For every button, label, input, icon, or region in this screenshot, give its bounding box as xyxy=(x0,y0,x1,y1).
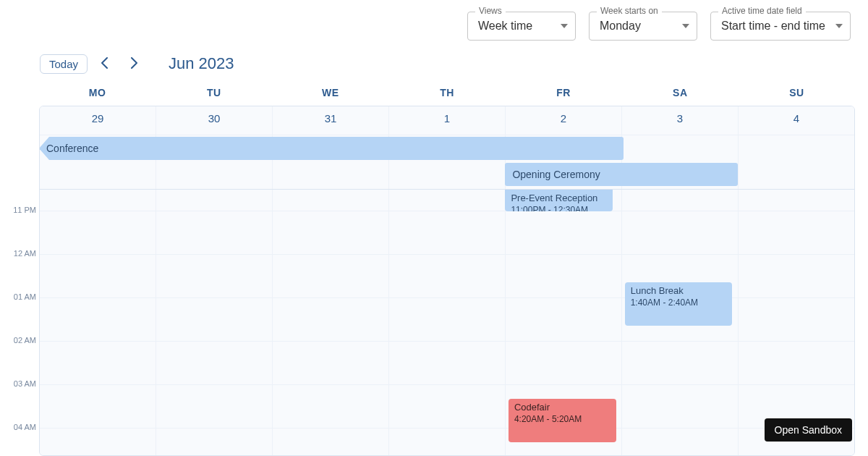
views-dropdown-value: Week time xyxy=(478,20,532,32)
day-name: FR xyxy=(506,87,622,106)
chevron-down-icon xyxy=(682,24,689,28)
date-cell[interactable]: 29 xyxy=(40,106,156,135)
chevron-right-icon xyxy=(130,57,137,71)
date-cell[interactable]: 30 xyxy=(156,106,273,135)
event-title: Opening Ceremony xyxy=(512,169,600,180)
event-title: Lunch Break xyxy=(631,285,727,297)
views-dropdown[interactable]: Views Week time xyxy=(467,12,576,41)
day-name: TH xyxy=(388,87,505,106)
event-time: 1:40AM - 2:40AM xyxy=(631,297,727,309)
open-sandbox-button[interactable]: Open Sandbox xyxy=(765,418,852,442)
day-name: MO xyxy=(39,87,156,106)
day-name: SA xyxy=(622,87,739,106)
event-title: Pre-Event Reception xyxy=(511,193,607,205)
current-month-label: Jun 2023 xyxy=(169,54,234,73)
time-label: 11 PM xyxy=(13,206,36,214)
event-time: 11:00PM - 12:30AM xyxy=(511,205,607,211)
date-field-dropdown[interactable]: Active time date field Start time - end … xyxy=(710,12,851,41)
day-name: TU xyxy=(156,87,272,106)
prev-week-button[interactable] xyxy=(93,52,116,75)
time-label: 12 AM xyxy=(14,249,36,258)
views-dropdown-label: Views xyxy=(475,6,506,16)
event-codefair[interactable]: Codefair 4:20AM - 5:20AM xyxy=(509,399,616,442)
week-starts-dropdown-value: Monday xyxy=(600,20,641,32)
chevron-down-icon xyxy=(561,24,568,28)
time-label: 02 AM xyxy=(14,336,36,345)
date-cell[interactable]: 3 xyxy=(622,106,739,135)
time-label: 01 AM xyxy=(14,292,36,301)
event-pre-event-reception[interactable]: Pre-Event Reception 11:00PM - 12:30AM xyxy=(505,190,613,211)
date-cell[interactable]: 31 xyxy=(273,106,389,135)
event-lunch-break[interactable]: Lunch Break 1:40AM - 2:40AM xyxy=(625,282,733,326)
today-button[interactable]: Today xyxy=(40,54,88,74)
event-title: Codefair xyxy=(514,402,610,414)
time-label: 03 AM xyxy=(14,379,36,388)
week-starts-dropdown[interactable]: Week starts on Monday xyxy=(589,12,697,41)
date-field-dropdown-value: Start time - end time xyxy=(721,20,825,32)
date-cell[interactable]: 2 xyxy=(506,106,622,135)
next-week-button[interactable] xyxy=(122,52,145,75)
event-time: 4:20AM - 5:20AM xyxy=(514,414,610,426)
day-name: WE xyxy=(272,87,388,106)
event-conference[interactable]: Conference xyxy=(39,137,624,160)
date-cell[interactable]: 4 xyxy=(739,106,854,135)
date-cell[interactable]: 1 xyxy=(389,106,506,135)
date-field-dropdown-label: Active time date field xyxy=(718,6,806,16)
time-label: 04 AM xyxy=(14,423,36,431)
event-opening-ceremony[interactable]: Opening Ceremony xyxy=(505,163,738,186)
chevron-down-icon xyxy=(835,24,843,28)
event-title: Conference xyxy=(46,143,98,154)
chevron-left-icon xyxy=(101,57,109,71)
week-starts-dropdown-label: Week starts on xyxy=(597,6,662,16)
day-name: SU xyxy=(739,87,855,106)
